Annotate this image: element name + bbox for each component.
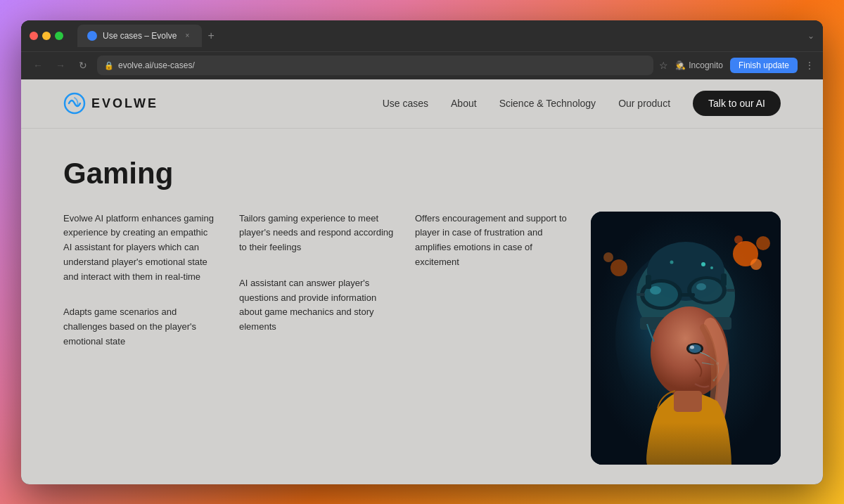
content-text-3-1: Offers encouragement and support to play… [415,212,570,270]
refresh-button[interactable]: ↻ [75,57,91,74]
svg-rect-29 [721,273,727,286]
incognito-badge: 🕵 Incognito [675,60,723,70]
chevron-down-icon[interactable]: ⌄ [807,31,814,41]
svg-point-17 [696,283,706,290]
content-block-2-2: AI assistant can answer player's questio… [239,276,394,335]
close-button[interactable] [30,32,38,40]
site-nav-links: Use cases About Science & Technology Our… [383,91,781,116]
svg-rect-28 [646,275,651,289]
content-block-3-1: Offers encouragement and support to play… [415,212,570,270]
svg-point-31 [710,266,713,269]
site-nav: EVOLWE Use cases About Science & Technol… [21,79,823,129]
logo-icon [63,92,86,115]
tab-bar: Use cases – Evolve × + [77,25,802,47]
more-options-icon[interactable]: ⋮ [805,60,814,71]
nav-our-product[interactable]: Our product [618,98,670,109]
svg-rect-18 [681,293,695,297]
svg-point-7 [610,259,627,276]
svg-rect-19 [637,293,645,296]
content-block-1-2: Adapts game scenarios and challenges bas… [63,305,218,349]
content-column-1: Evolwe AI platform enhances gaming exper… [63,212,239,465]
lock-icon: 🔒 [104,61,114,70]
title-bar: Use cases – Evolve × + ⌄ [21,20,823,51]
svg-point-24 [690,345,694,349]
page-title: Gaming [63,157,781,190]
svg-point-15 [691,279,722,302]
minimize-button[interactable] [42,32,51,40]
tab-title: Use cases – Evolve [103,31,177,41]
svg-point-5 [750,259,762,270]
content-text-1-1: Evolwe AI platform enhances gaming exper… [63,212,218,285]
svg-point-4 [756,236,770,250]
address-bar[interactable]: 🔒 evolve.ai/use-cases/ [97,56,653,75]
svg-rect-33 [591,422,781,465]
content-block-2-1: Tailors gaming experience to meet player… [239,212,394,255]
incognito-label: Incognito [689,60,723,70]
tab-favicon [87,31,97,41]
gaming-image-column [591,212,781,465]
url-text: evolve.ai/use-cases/ [118,60,195,70]
svg-rect-27 [674,391,702,412]
svg-point-30 [701,262,705,266]
browser-window: Use cases – Evolve × + ⌄ ← → ↻ 🔒 evolve.… [21,20,823,484]
content-grid: Evolwe AI platform enhances gaming exper… [63,212,781,465]
content-column-2: Tailors gaming experience to meet player… [239,212,415,465]
forward-button[interactable]: → [52,57,69,74]
incognito-icon: 🕵 [675,60,686,70]
svg-point-16 [650,286,661,295]
svg-rect-20 [727,289,735,292]
svg-point-32 [670,260,674,264]
tab-close-button[interactable]: × [182,31,192,41]
content-text-2-2: AI assistant can answer player's questio… [239,276,394,335]
nav-science-technology[interactable]: Science & Technology [499,98,596,109]
logo[interactable]: EVOLWE [63,92,158,115]
bookmark-icon[interactable]: ☆ [659,60,668,71]
navigation-bar: ← → ↻ 🔒 evolve.ai/use-cases/ ☆ 🕵 Incogni… [21,51,823,79]
logo-text: EVOLWE [91,96,158,111]
website-content: EVOLWE Use cases About Science & Technol… [21,79,823,484]
gaming-image [591,212,781,465]
active-tab[interactable]: Use cases – Evolve × [77,25,202,47]
back-button[interactable]: ← [30,57,46,74]
cta-button[interactable]: Talk to our AI [693,91,781,116]
traffic-lights [30,32,63,40]
nav-about[interactable]: About [451,98,477,109]
fullscreen-button[interactable] [55,32,63,40]
finish-update-button[interactable]: Finish update [730,58,798,73]
svg-point-8 [603,252,613,262]
content-text-1-2: Adapts game scenarios and challenges bas… [63,305,218,349]
svg-point-6 [734,235,743,244]
page-content: Gaming Evolwe AI platform enhances gamin… [21,129,823,484]
nav-right: ☆ 🕵 Incognito Finish update ⋮ [659,58,814,73]
content-text-2-1: Tailors gaming experience to meet player… [239,212,394,255]
svg-point-23 [689,344,701,353]
new-tab-button[interactable]: + [202,27,219,45]
gaming-character-svg [591,212,781,465]
finish-update-label: Finish update [738,60,789,70]
content-block-1-1: Evolwe AI platform enhances gaming exper… [63,212,218,285]
nav-use-cases[interactable]: Use cases [383,98,428,109]
content-column-3: Offers encouragement and support to play… [415,212,591,465]
